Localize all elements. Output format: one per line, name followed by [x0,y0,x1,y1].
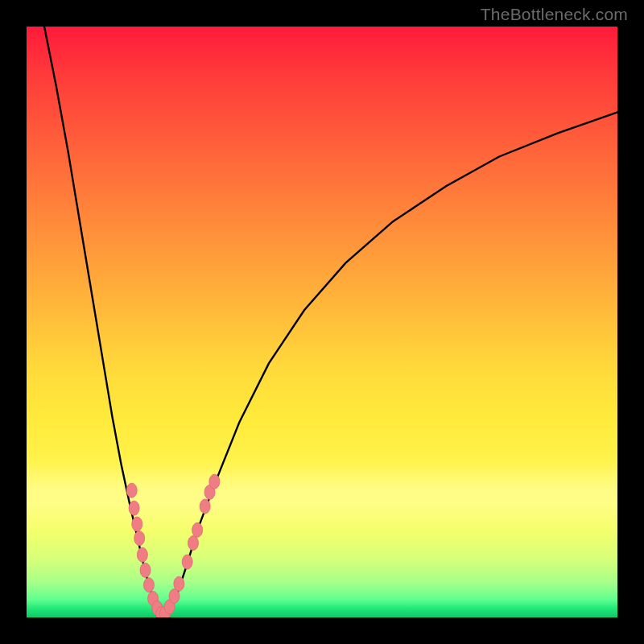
data-marker [200,499,210,514]
data-marker [126,483,137,497]
data-marker [143,578,154,592]
watermark-text: TheBottleneck.com [481,5,628,24]
data-marker [137,547,147,562]
chart-frame: TheBottleneck.com [0,0,644,644]
data-marker [192,522,203,537]
data-marker [209,474,220,489]
data-marker [132,517,142,531]
curve-layer [27,27,617,617]
plot-area [27,27,617,617]
data-marker [174,576,184,591]
data-marker [134,531,145,546]
v-curve-path [44,27,617,617]
data-marker [182,555,192,569]
data-marker [140,563,151,577]
data-marker [188,536,198,551]
data-marker [129,501,139,515]
curve-markers [126,474,220,617]
